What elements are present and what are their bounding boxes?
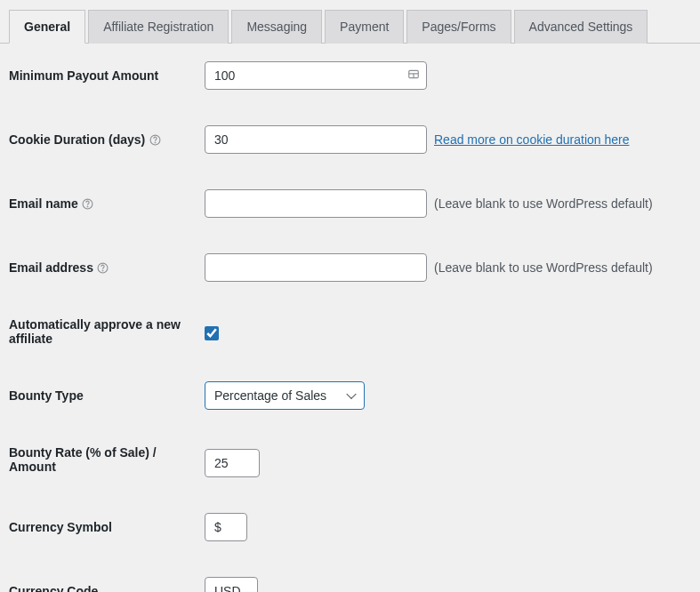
- input-cookie-duration[interactable]: [205, 125, 427, 154]
- label-email-address: Email address: [9, 260, 205, 275]
- tab-advanced-settings[interactable]: Advanced Settings: [514, 10, 648, 44]
- label-cookie-duration: Cookie Duration (days): [9, 132, 205, 147]
- tab-general[interactable]: General: [9, 10, 85, 44]
- hint-email-address: (Leave blank to use WordPress default): [434, 260, 653, 275]
- label-min-payout: Minimum Payout Amount: [9, 68, 205, 83]
- info-icon: [82, 197, 94, 210]
- svg-point-8: [103, 270, 104, 271]
- row-email-name: Email name (Leave blank to use WordPress…: [9, 189, 691, 218]
- row-currency-code: Currency Code: [9, 577, 691, 592]
- tab-affiliate-registration[interactable]: Affiliate Registration: [88, 10, 229, 44]
- select-bounty-type[interactable]: Percentage of Sales: [205, 381, 365, 410]
- svg-point-6: [88, 206, 89, 207]
- form-general: Minimum Payout Amount Cookie Duration (d…: [0, 44, 700, 592]
- label-bounty-type: Bounty Type: [9, 388, 205, 403]
- info-icon: [97, 261, 109, 274]
- label-email-name: Email name: [9, 196, 205, 211]
- tabs-nav: General Affiliate Registration Messaging…: [0, 0, 700, 44]
- label-currency-code: Currency Code: [9, 584, 205, 592]
- row-email-address: Email address (Leave blank to use WordPr…: [9, 253, 691, 282]
- tab-messaging[interactable]: Messaging: [231, 10, 322, 44]
- label-auto-approve: Automatically approve a new affiliate: [9, 317, 205, 346]
- input-min-payout[interactable]: [205, 61, 427, 90]
- row-currency-symbol: Currency Symbol: [9, 513, 691, 541]
- svg-point-4: [155, 142, 156, 143]
- row-bounty-rate: Bounty Rate (% of Sale) / Amount: [9, 445, 691, 477]
- hint-email-name: (Leave blank to use WordPress default): [434, 196, 653, 211]
- input-bounty-rate[interactable]: [205, 449, 260, 477]
- input-currency-symbol[interactable]: [205, 513, 247, 541]
- row-cookie-duration: Cookie Duration (days) Read more on cook…: [9, 125, 691, 154]
- tab-pages-forms[interactable]: Pages/Forms: [406, 10, 511, 44]
- input-currency-code[interactable]: [205, 577, 258, 592]
- row-auto-approve: Automatically approve a new affiliate: [9, 317, 691, 346]
- row-min-payout: Minimum Payout Amount: [9, 61, 691, 90]
- input-email-name[interactable]: [205, 189, 427, 218]
- checkbox-auto-approve[interactable]: [205, 326, 219, 340]
- info-icon: [149, 133, 161, 146]
- label-currency-symbol: Currency Symbol: [9, 520, 205, 534]
- label-bounty-rate: Bounty Rate (% of Sale) / Amount: [9, 445, 205, 474]
- row-bounty-type: Bounty Type Percentage of Sales: [9, 381, 691, 410]
- link-cookie-duration-help[interactable]: Read more on cookie duration here: [434, 132, 629, 147]
- input-email-address[interactable]: [205, 253, 427, 282]
- tab-payment[interactable]: Payment: [325, 10, 404, 44]
